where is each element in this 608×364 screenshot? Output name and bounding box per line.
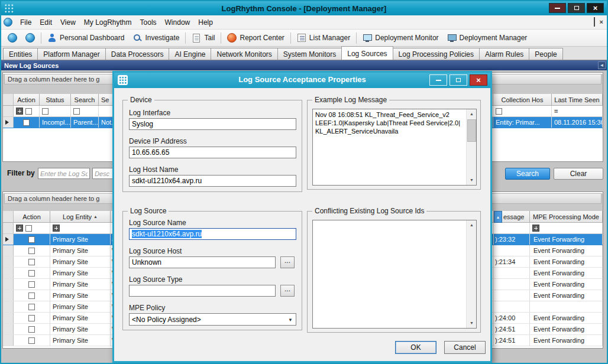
log-host-name-field[interactable]: sdkt-ul1210x64.avp.ru bbox=[129, 175, 296, 187]
tab-platform-manager[interactable]: Platform Manager bbox=[37, 48, 105, 60]
mdi-close-button[interactable]: × bbox=[600, 19, 603, 25]
row-checkbox[interactable] bbox=[28, 326, 35, 333]
log-source-filter-input[interactable] bbox=[38, 168, 90, 179]
investigate-button[interactable]: Investigate bbox=[128, 31, 183, 45]
tab-people[interactable]: People bbox=[529, 48, 562, 60]
log-source-host-field[interactable]: Unknown bbox=[129, 256, 276, 268]
row-checkbox[interactable] bbox=[28, 292, 35, 299]
home-button[interactable] bbox=[4, 31, 21, 45]
log-source-type-browse-button[interactable]: ... bbox=[280, 285, 295, 297]
scroll-down-icon[interactable]: ▼ bbox=[467, 176, 477, 185]
web-console-button[interactable] bbox=[21, 31, 39, 45]
tab-entities[interactable]: Entities bbox=[3, 48, 38, 60]
scroll-down-icon[interactable]: ▼ bbox=[467, 318, 477, 328]
deployment-manager-button[interactable]: Deployment Manager bbox=[443, 31, 532, 45]
list-manager-button[interactable]: List Manager bbox=[293, 31, 354, 45]
menu-view[interactable]: View bbox=[56, 17, 80, 28]
menu-help[interactable]: Help bbox=[194, 17, 217, 28]
row-checkbox[interactable] bbox=[28, 315, 35, 321]
device-ip-field[interactable]: 10.65.65.65 bbox=[129, 147, 296, 158]
select-all-checkbox[interactable] bbox=[532, 225, 539, 232]
equals-filter-icon[interactable]: = bbox=[554, 108, 558, 115]
search-button[interactable]: Search bbox=[505, 168, 550, 180]
row-checkbox[interactable] bbox=[28, 337, 35, 344]
tab-network-monitors[interactable]: Network Monitors bbox=[211, 48, 277, 60]
tab-system-monitors[interactable]: System Monitors bbox=[277, 48, 342, 60]
menu-my-logrhythm[interactable]: My LogRhythm bbox=[80, 17, 136, 28]
deployment-monitor-button[interactable]: Deployment Monitor bbox=[358, 31, 442, 45]
select-all-checkbox[interactable] bbox=[16, 225, 23, 232]
monitor-icon bbox=[363, 33, 372, 43]
last-log-message-cell bbox=[494, 301, 530, 312]
dialog-close-button[interactable]: × bbox=[470, 74, 487, 86]
conflicting-ids-textarea[interactable]: ▲ ▼ bbox=[312, 220, 477, 329]
scroll-up-icon[interactable]: ▲ bbox=[494, 211, 502, 223]
row-checkbox[interactable] bbox=[28, 304, 35, 310]
menu-window[interactable]: Window bbox=[161, 17, 195, 28]
scroll-up-icon[interactable]: ▲ bbox=[467, 109, 477, 119]
vertical-scrollbar[interactable]: ▲ ▼ bbox=[466, 109, 476, 185]
row-checkbox[interactable] bbox=[28, 270, 35, 277]
log-source-name-field[interactable]: sdkt-ul1210x64.avp.ru bbox=[129, 228, 296, 240]
log-source-host-label: Log Source Host bbox=[129, 247, 182, 255]
column-header-action[interactable]: Action bbox=[14, 94, 40, 106]
dialog-maximize-button[interactable] bbox=[449, 74, 467, 86]
dialog-body: Device Log Interface Syslog Device IP Ad… bbox=[114, 88, 490, 361]
filter-checkbox[interactable] bbox=[25, 225, 32, 232]
vertical-scrollbar[interactable]: ▲ ▼ bbox=[466, 220, 476, 328]
collapse-arrow-icon[interactable]: ◄ bbox=[598, 61, 606, 69]
window-close-button[interactable]: × bbox=[587, 3, 604, 13]
row-checkbox[interactable] bbox=[28, 236, 35, 243]
row-checkbox[interactable] bbox=[28, 281, 35, 288]
mpe-policy-dropdown[interactable]: <No Policy Assigned> ▼ bbox=[129, 313, 296, 326]
window-minimize-button[interactable] bbox=[549, 3, 566, 13]
filter-checkbox[interactable] bbox=[73, 108, 80, 115]
row-checkbox[interactable] bbox=[28, 259, 35, 265]
tab-log-sources[interactable]: Log Sources bbox=[341, 46, 393, 60]
window-maximize-button[interactable] bbox=[568, 3, 585, 13]
menu-edit[interactable]: Edit bbox=[35, 17, 56, 28]
select-all-checkbox[interactable] bbox=[53, 225, 60, 232]
mpe-processing-mode-cell: Event Forwarding bbox=[530, 256, 603, 267]
example-log-message-textarea[interactable]: Nov 08 16:08:51 KL_Threat_Feed_Service_v… bbox=[312, 109, 477, 186]
dialog-titlebar[interactable]: Log Source Acceptance Properties × bbox=[114, 73, 490, 88]
row-checkbox[interactable] bbox=[23, 119, 30, 126]
mdi-restore-button[interactable] bbox=[594, 18, 595, 26]
filter-checkbox[interactable] bbox=[25, 108, 32, 115]
tab-data-processors[interactable]: Data Processors bbox=[105, 48, 170, 60]
log-entity-cell: Primary Site bbox=[50, 290, 111, 301]
personal-dashboard-button[interactable]: Personal Dashboard bbox=[43, 31, 128, 45]
log-entity-cell: Primary Site bbox=[50, 335, 111, 346]
filter-checkbox[interactable] bbox=[42, 108, 48, 115]
filter-checkbox[interactable] bbox=[496, 108, 502, 115]
tab-alarm-rules[interactable]: Alarm Rules bbox=[479, 48, 529, 60]
clear-button[interactable]: Clear bbox=[554, 168, 603, 180]
tab-log-processing-policies[interactable]: Log Processing Policies bbox=[393, 48, 480, 60]
dialog-minimize-button[interactable] bbox=[429, 74, 447, 86]
log-source-type-field[interactable] bbox=[129, 285, 276, 297]
column-header-collection-host[interactable]: Collection Hos bbox=[493, 94, 552, 106]
column-header-mpe-processing-mode[interactable]: MPE Processing Mode bbox=[530, 211, 603, 223]
menu-file[interactable]: File bbox=[16, 17, 35, 28]
menu-tools[interactable]: Tools bbox=[136, 17, 161, 28]
device-group-legend: Device bbox=[128, 96, 154, 104]
log-interface-field[interactable]: Syslog bbox=[129, 118, 296, 130]
scrollbar-thumb[interactable] bbox=[467, 119, 476, 142]
row-checkbox[interactable] bbox=[28, 248, 35, 254]
select-all-checkbox[interactable] bbox=[16, 108, 23, 115]
scroll-up-icon[interactable]: ▲ bbox=[467, 220, 477, 230]
column-header-message-partial[interactable]: essage bbox=[502, 211, 530, 223]
cancel-button[interactable]: Cancel bbox=[444, 341, 486, 354]
report-center-button[interactable]: Report Center bbox=[223, 31, 288, 45]
column-header-last-time-seen[interactable]: Last Time Seen bbox=[552, 94, 603, 106]
column-header-search[interactable]: Search bbox=[71, 94, 99, 106]
tail-button[interactable]: Tail bbox=[187, 31, 219, 45]
log-source-host-browse-button[interactable]: ... bbox=[280, 256, 295, 268]
column-header-action[interactable]: Action bbox=[14, 211, 50, 223]
column-header-log-entity[interactable]: Log Entity ▲ bbox=[50, 211, 111, 223]
window-titlebar[interactable]: LogRhythm Console - [Deployment Manager]… bbox=[1, 1, 607, 15]
ok-button[interactable]: OK bbox=[395, 341, 436, 354]
tab-ai-engine[interactable]: AI Engine bbox=[169, 48, 211, 60]
last-log-message-cell: ):24:51 bbox=[494, 335, 530, 346]
column-header-status[interactable]: Status bbox=[40, 94, 71, 106]
